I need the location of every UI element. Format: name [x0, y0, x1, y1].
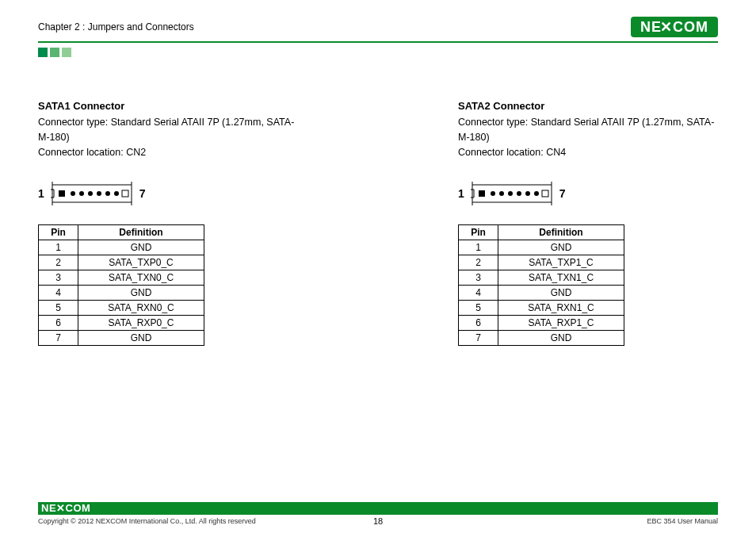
table-row: 5SATA_RXN0_C	[39, 301, 204, 316]
table-header-pin: Pin	[459, 225, 498, 240]
pinout-table: Pin Definition 1GND 2SATA_TXP1_C 3SATA_T…	[458, 224, 624, 346]
svg-point-16	[534, 191, 539, 196]
pinout-table: Pin Definition 1GND 2SATA_TXP0_C 3SATA_T…	[38, 224, 204, 346]
connector-location: Connector location: CN4	[458, 145, 720, 160]
sata1-section: SATA1 Connector Connector type: Standard…	[38, 100, 300, 346]
table-row: 5SATA_RXN1_C	[459, 301, 624, 316]
svg-point-11	[491, 191, 495, 196]
svg-text:NE✕COM: NE✕COM	[640, 19, 708, 35]
table-row: 6SATA_RXP1_C	[459, 316, 624, 331]
section-heading: SATA1 Connector	[38, 100, 300, 112]
svg-point-4	[79, 191, 84, 196]
table-row: 3SATA_TXN1_C	[459, 270, 624, 286]
table-row: 1GND	[39, 240, 204, 255]
svg-rect-10	[479, 190, 485, 197]
table-row: 2SATA_TXP0_C	[39, 255, 204, 270]
svg-point-13	[508, 191, 513, 196]
table-row: 6SATA_RXP0_C	[39, 316, 204, 331]
table-header-pin: Pin	[39, 225, 78, 240]
nexcom-logo-icon: NE✕COM	[631, 17, 718, 37]
decorative-squares-icon	[38, 48, 718, 57]
connector-type: Connector type: Standard Serial ATAII 7P…	[458, 115, 720, 145]
svg-point-8	[114, 191, 119, 196]
connector-location: Connector location: CN2	[38, 145, 300, 160]
connector-diagram-icon	[49, 182, 135, 205]
copyright-text: Copyright © 2012 NEXCOM International Co…	[38, 517, 256, 525]
table-row: 7GND	[39, 331, 204, 346]
connector-diagram-icon	[469, 182, 555, 205]
manual-title: EBC 354 User Manual	[647, 517, 718, 525]
connector-type: Connector type: Standard Serial ATAII 7P…	[38, 115, 300, 145]
sata2-section: SATA2 Connector Connector type: Standard…	[458, 100, 720, 346]
svg-text:NE✕COM: NE✕COM	[41, 502, 90, 513]
pin-label-left: 1	[458, 187, 464, 200]
pin-label-right: 7	[139, 187, 146, 200]
svg-point-6	[97, 191, 101, 196]
pin-label-left: 1	[38, 187, 44, 200]
svg-point-5	[88, 191, 93, 196]
table-row: 4GND	[39, 286, 204, 301]
svg-rect-2	[59, 190, 65, 197]
section-heading: SATA2 Connector	[458, 100, 720, 112]
nexcom-footer-logo-icon: NE✕COM	[41, 502, 97, 516]
table-row: 1GND	[459, 240, 624, 255]
table-row: 4GND	[459, 286, 624, 301]
pin-label-right: 7	[559, 187, 566, 200]
svg-point-15	[525, 191, 530, 196]
table-header-definition: Definition	[498, 225, 624, 240]
chapter-title: Chapter 2 : Jumpers and Connectors	[38, 21, 194, 33]
header-divider	[38, 41, 718, 43]
svg-point-3	[71, 191, 75, 196]
table-row: 3SATA_TXN0_C	[39, 270, 204, 286]
page-number: 18	[373, 516, 383, 526]
table-row: 7GND	[459, 331, 624, 346]
table-header-definition: Definition	[78, 225, 204, 240]
table-row: 2SATA_TXP1_C	[459, 255, 624, 270]
svg-point-7	[105, 191, 110, 196]
svg-point-14	[517, 191, 521, 196]
svg-point-12	[499, 191, 504, 196]
footer-band: NE✕COM	[38, 502, 718, 515]
